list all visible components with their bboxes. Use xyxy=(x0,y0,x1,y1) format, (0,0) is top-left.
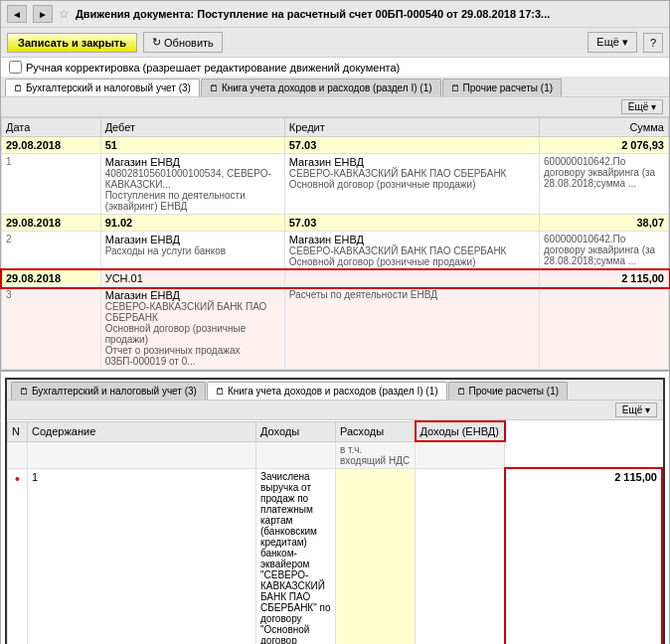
cell-date-hl: 29.08.2018 xyxy=(2,270,101,287)
bottom-tab-book-label: Книга учета доходов и расходов (раздел I… xyxy=(228,386,438,397)
bottom-table-row: • 1 Зачислена выручка от продаж по плате… xyxy=(8,468,663,644)
bottom-cell-dohody-envd: 2 115,00 xyxy=(505,468,663,644)
refresh-button[interactable]: ↻ Обновить xyxy=(143,32,223,53)
tab-book-icon: 🗒 xyxy=(210,83,219,93)
cell-kredit: 57.03 xyxy=(284,137,539,154)
bottom-cell-dohody xyxy=(336,468,416,644)
bottom-tab-other-icon: 🗒 xyxy=(457,387,466,397)
subheader-empty3 xyxy=(256,441,336,468)
tab-accounting[interactable]: 🗒 Бухгалтерский и налоговый учет (3) xyxy=(5,79,200,96)
bottom-cell-dot: • xyxy=(8,468,28,644)
cell-kredit-hl xyxy=(284,270,539,287)
top-tabs-bar: 🗒 Бухгалтерский и налоговый учет (3) 🗒 К… xyxy=(1,77,669,97)
toolbar: Записать и закрыть ↻ Обновить Ещё ▾ ? xyxy=(1,28,669,58)
table-row-highlighted: 29.08.2018 УСН.01 2 115,00 xyxy=(2,270,669,287)
table-eshche-row: Ещё ▾ xyxy=(1,97,669,117)
table-row-highlighted-sub: 3 Магазин ЕНВД СЕВЕРО-КАВКАЗСКИЙ БАНК ПА… xyxy=(2,287,669,370)
cell-kredit2: 57.03 xyxy=(284,215,539,232)
col-header-kredit: Кредит xyxy=(284,118,539,137)
bottom-col-n: N xyxy=(8,421,28,441)
cell-summa-hl: 2 115,00 xyxy=(540,270,669,287)
debet-sub-line1: Магазин ЕНВД xyxy=(105,156,280,168)
bottom-cell-rashody xyxy=(416,468,505,644)
more-button[interactable]: Ещё ▾ xyxy=(587,32,637,53)
cell-debet: 51 xyxy=(100,137,284,154)
cell-kredit-hl-sub: Расчеты по деятельности ЕНВД xyxy=(284,287,539,370)
debet-sub-line3: Поступления по деятельности (эквайринг) … xyxy=(105,190,280,212)
debet-sub2-line1: Магазин ЕНВД xyxy=(105,234,280,245)
window-title: Движения документа: Поступление на расче… xyxy=(76,8,663,20)
bottom-cell-num: 1 xyxy=(28,468,256,644)
bottom-tabs-bar: 🗒 Бухгалтерский и налоговый учет (3) 🗒 К… xyxy=(7,380,663,401)
cell-num2: 2 xyxy=(2,232,101,270)
tab-book[interactable]: 🗒 Книга учета доходов и расходов (раздел… xyxy=(201,79,441,96)
bottom-col-rashody: Расходы xyxy=(336,421,416,441)
cell-kredit-sub: Магазин ЕНВД СЕВЕРО-КАВКАЗСКИЙ БАНК ПАО … xyxy=(284,154,539,215)
table-row: 29.08.2018 91.02 57.03 38,07 xyxy=(2,215,669,232)
cell-date: 29.08.2018 xyxy=(2,137,101,154)
table-row: 1 Магазин ЕНВД 408028105601000100534, СЕ… xyxy=(2,154,669,215)
col-header-debet: Дебет xyxy=(100,118,284,137)
manual-correction-row: Ручная корректировка (разрешает редактир… xyxy=(1,58,669,77)
debet-hl-line2: Магазин ЕНВД xyxy=(105,289,280,301)
manual-correction-checkbox[interactable] xyxy=(9,61,22,74)
bottom-eshche-row: Ещё ▾ xyxy=(7,401,663,420)
save-close-button[interactable]: Записать и закрыть xyxy=(7,33,137,53)
tab-accounting-label: Бухгалтерский и налоговый учет (3) xyxy=(26,82,191,93)
cell-summa: 2 076,93 xyxy=(540,137,669,154)
nav-forward-button[interactable]: ► xyxy=(33,5,53,23)
bottom-eshche-button[interactable]: Ещё ▾ xyxy=(615,402,657,417)
main-table-section: Ещё ▾ Дата Дебет Кредит Сумма 29.08.2018… xyxy=(1,97,669,372)
cell-summa2: 38,07 xyxy=(540,215,669,232)
cell-kredit-sub2: Магазин ЕНВД СЕВЕРО-КАВКАЗСКИЙ БАНК ПАО … xyxy=(284,232,539,270)
main-table: Дата Дебет Кредит Сумма 29.08.2018 51 57… xyxy=(1,117,669,370)
tab-other-label: Прочие расчеты (1) xyxy=(463,82,553,93)
col-header-date: Дата xyxy=(2,118,101,137)
kredit-hl-line1: Расчеты по деятельности ЕНВД xyxy=(289,289,535,300)
bottom-tab-other[interactable]: 🗒 Прочие расчеты (1) xyxy=(448,382,568,400)
kredit-sub2-line3: Основной договор (розничные продажи) xyxy=(289,256,535,267)
table-row: 2 Магазин ЕНВД Расходы на услуги банков … xyxy=(2,232,669,270)
subheader-rashody: в т.ч. входящий НДС xyxy=(336,441,416,468)
col-header-summa: Сумма xyxy=(540,118,669,137)
cell-summa-hl-sub xyxy=(540,287,669,370)
tab-other[interactable]: 🗒 Прочие расчеты (1) xyxy=(442,79,562,96)
kredit-sub-line2: СЕВЕРО-КАВКАЗСКИЙ БАНК ПАО СБЕРБАНК xyxy=(289,168,535,179)
debet-sub2-line2: Расходы на услуги банков xyxy=(105,245,280,256)
cell-summa-sub: 600000010642.По договору эквайринга (за … xyxy=(540,154,669,215)
subheader-empty1 xyxy=(8,441,28,468)
main-window: ◄ ► ☆ Движения документа: Поступление на… xyxy=(0,0,670,644)
cell-debet2: 91.02 xyxy=(100,215,284,232)
subheader-empty4 xyxy=(416,441,505,468)
bottom-section: 🗒 Бухгалтерский и налоговый учет (3) 🗒 К… xyxy=(5,378,665,644)
bottom-col-dohody: Доходы xyxy=(256,421,336,441)
refresh-icon: ↻ xyxy=(152,36,161,49)
cell-num: 1 xyxy=(2,154,101,215)
cell-debet-hl: УСН.01 xyxy=(100,270,284,287)
bottom-tab-other-label: Прочие расчеты (1) xyxy=(469,386,559,397)
bottom-cell-content: Зачислена выручка от продаж по платежным… xyxy=(256,468,336,644)
cell-debet-hl-sub: Магазин ЕНВД СЕВЕРО-КАВКАЗСКИЙ БАНК ПАО … xyxy=(100,287,284,370)
tab-other-icon: 🗒 xyxy=(451,83,460,93)
bottom-tab-accounting[interactable]: 🗒 Бухгалтерский и налоговый учет (3) xyxy=(11,382,206,400)
cell-num-hl: 3 xyxy=(2,287,101,370)
bottom-tab-book-icon: 🗒 xyxy=(216,387,225,397)
favorite-icon[interactable]: ☆ xyxy=(59,7,70,21)
help-button[interactable]: ? xyxy=(643,33,663,53)
bottom-col-content: Содержание xyxy=(28,421,256,441)
kredit-sub2-line2: СЕВЕРО-КАВКАЗСКИЙ БАНК ПАО СБЕРБАНК xyxy=(289,245,535,256)
kredit-sub2-line1: Магазин ЕНВД xyxy=(289,234,535,245)
subheader-empty2 xyxy=(28,441,256,468)
bottom-tab-accounting-label: Бухгалтерский и налоговый учет (3) xyxy=(32,386,197,397)
tab-book-label: Книга учета доходов и расходов (раздел I… xyxy=(222,82,432,93)
bottom-tab-book[interactable]: 🗒 Книга учета доходов и расходов (раздел… xyxy=(207,382,447,400)
kredit-sub-line1: Магазин ЕНВД xyxy=(289,156,535,168)
debet-hl-line3: СЕВЕРО-КАВКАЗСКИЙ БАНК ПАО СБЕРБАНК xyxy=(105,301,280,323)
table-eshche-button[interactable]: Ещё ▾ xyxy=(621,99,663,114)
debet-hl-line5: Отчет о розничных продажах 03БП-000019 о… xyxy=(105,345,280,367)
bottom-col-dohody-envd: Доходы (ЕНВД) xyxy=(416,421,505,441)
cell-date2: 29.08.2018 xyxy=(2,215,101,232)
nav-back-button[interactable]: ◄ xyxy=(7,5,27,23)
cell-debet-sub2: Магазин ЕНВД Расходы на услуги банков xyxy=(100,232,284,270)
cell-debet-sub: Магазин ЕНВД 408028105601000100534, СЕВЕ… xyxy=(100,154,284,215)
